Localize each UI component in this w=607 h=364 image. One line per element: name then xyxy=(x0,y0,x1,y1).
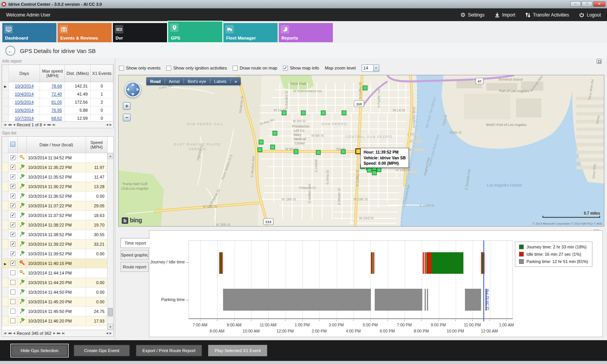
day-link[interactable]: 10/4/2014 xyxy=(15,92,34,96)
prev-record-icon[interactable]: ◀ xyxy=(13,123,15,126)
first-record-icon[interactable]: |◀ xyxy=(4,123,6,126)
gps-row[interactable]: ✓10/3/2014 11:38:52 PM30.55 xyxy=(2,230,108,239)
next-record-icon[interactable]: ▶ xyxy=(53,332,55,335)
scroll-up-icon[interactable]: ▲ xyxy=(108,153,113,159)
row-checkbox[interactable]: ✓ xyxy=(10,242,15,247)
gps-row[interactable]: ✓10/3/2014 11:37:52 PM18.63 xyxy=(2,210,108,220)
gps-marker[interactable] xyxy=(294,150,298,154)
chart-tab-route-report[interactable]: Route report xyxy=(121,262,149,272)
gps-list-scrollbar[interactable]: ▲ ▼ xyxy=(107,153,113,330)
gps-marker[interactable] xyxy=(363,86,367,90)
row-checkbox[interactable] xyxy=(10,270,15,275)
collapse-stylebar-icon[interactable]: « xyxy=(235,79,237,84)
row-checkbox[interactable] xyxy=(10,290,15,295)
gps-marker[interactable] xyxy=(282,111,286,115)
option-show-only-ignition-activities[interactable]: Show only ignition activities xyxy=(166,66,227,71)
option-draw-route-on-map[interactable]: Draw route on map xyxy=(233,66,277,71)
gps-row[interactable]: 10/3/2014 11:45:50 PM24.75 xyxy=(2,306,108,316)
gps-row[interactable]: 10/3/2014 11:45:20 PM0.00 xyxy=(2,297,108,306)
collapse-map-panel-button[interactable] xyxy=(597,59,602,64)
gps-row[interactable]: 10/3/2014 11:44:50 PM0.00 xyxy=(2,287,108,297)
tab-events-reviews[interactable]: Events & Reviews xyxy=(58,23,112,42)
tab-fleet-manager[interactable]: Fleet Manager xyxy=(223,23,278,42)
gps-row[interactable]: ✓10/3/2014 11:36:22 PM13.28 xyxy=(2,182,108,191)
checked-checkbox[interactable]: ✓ xyxy=(283,66,288,71)
row-checkbox[interactable]: ✓ xyxy=(10,222,15,227)
map-style-labels[interactable]: Labels xyxy=(214,79,227,84)
row-checkbox[interactable]: ✓ xyxy=(10,203,15,208)
last-record-icon[interactable]: ▶| xyxy=(62,332,64,335)
table-row[interactable]: 10/6/201476.955.880 xyxy=(2,106,113,114)
window-maximize-button[interactable]: □ xyxy=(582,1,592,7)
map-style-aerial[interactable]: Aerial xyxy=(169,79,180,84)
gps-marker[interactable] xyxy=(372,171,377,175)
scroll-columns-left-icon[interactable]: ◀ xyxy=(106,123,108,126)
tab-reports[interactable]: Reports xyxy=(279,23,333,42)
gps-marker[interactable] xyxy=(342,111,346,115)
prev-page-icon[interactable]: ◀◀ xyxy=(8,332,11,335)
unchecked-checkbox[interactable] xyxy=(119,66,124,71)
row-checkbox[interactable] xyxy=(10,318,15,323)
option-show-map-info[interactable]: ✓Show map info xyxy=(283,66,319,71)
selected-gps-marker[interactable] xyxy=(356,149,361,154)
scrollbar-thumb[interactable] xyxy=(108,308,113,316)
chart-tab-time-report[interactable]: Time report xyxy=(121,238,150,248)
scroll-columns-right-icon[interactable]: ▶ xyxy=(110,123,111,126)
gps-marker[interactable] xyxy=(259,140,263,144)
table-row[interactable]: 10/5/201481.05172.562 xyxy=(2,98,113,106)
gps-row[interactable]: 10/3/2014 11:44:20 PM0.00 xyxy=(2,278,108,287)
zoom-in-button[interactable]: + xyxy=(123,102,131,110)
row-checkbox[interactable] xyxy=(10,280,15,285)
day-link[interactable]: 10/3/2014 xyxy=(15,84,34,88)
back-button[interactable]: ← xyxy=(5,46,15,56)
next-page-icon[interactable]: ▶▶ xyxy=(48,123,51,126)
day-link[interactable]: 10/5/2014 xyxy=(15,100,34,104)
gps-marker[interactable] xyxy=(321,111,326,115)
action-import[interactable]: Import xyxy=(495,12,515,18)
action-transfer-activities[interactable]: Transfer Activities xyxy=(525,12,569,18)
last-record-icon[interactable]: ▶| xyxy=(53,123,55,126)
pan-north-icon[interactable] xyxy=(131,83,134,86)
action-settings[interactable]: ⚙Settings xyxy=(460,12,485,18)
row-checkbox[interactable]: ✓ xyxy=(10,184,15,189)
gps-row[interactable]: ✓10/3/2014 11:34:52 PM xyxy=(2,153,108,162)
gps-marker[interactable] xyxy=(271,145,275,149)
max-speed-link[interactable]: 81.05 xyxy=(51,100,62,104)
first-record-icon[interactable]: |◀ xyxy=(4,332,6,335)
row-checkbox[interactable] xyxy=(10,299,15,304)
max-speed-link[interactable]: 78.68 xyxy=(51,84,62,88)
next-page-icon[interactable]: ▶▶ xyxy=(57,332,60,335)
gps-marker[interactable] xyxy=(258,148,262,152)
pan-south-icon[interactable] xyxy=(131,93,134,96)
option-show-only-events[interactable]: Show only events xyxy=(119,66,160,71)
tab-gps[interactable]: GPS xyxy=(168,22,222,42)
gps-row[interactable]: ✓10/3/2014 11:39:52 PM0.00 xyxy=(2,249,108,258)
tab-dvr[interactable]: Dvr xyxy=(113,23,167,42)
row-checkbox[interactable] xyxy=(10,309,15,314)
map-zoom-select[interactable]: 14 ▼ xyxy=(362,65,379,72)
row-checkbox[interactable]: ✓ xyxy=(10,232,15,237)
gps-row[interactable]: ✓10/3/2014 11:38:22 PM19.70 xyxy=(2,220,108,230)
create-gps-event-button[interactable]: Create Gps Event xyxy=(74,345,130,356)
unchecked-checkbox[interactable] xyxy=(166,66,171,71)
gps-row[interactable]: ✓10/3/2014 11:35:52 PM11.47 xyxy=(2,172,108,182)
hide-gps-selection-button[interactable]: Hide Gps Selection xyxy=(12,345,68,356)
gps-row[interactable]: 10/3/2014 11:44:14 PM xyxy=(2,268,108,278)
gps-row[interactable]: ✓10/3/2014 11:39:22 PM33.21 xyxy=(2,239,108,249)
row-checkbox[interactable]: ✓ xyxy=(10,213,15,218)
row-checkbox[interactable]: ✓ xyxy=(10,155,15,160)
tab-dashboard[interactable]: Dashboard xyxy=(2,23,56,42)
action-logout[interactable]: Logout xyxy=(579,12,601,18)
gps-row[interactable]: ✓10/3/2014 11:37:22 PM29.05 xyxy=(2,201,108,210)
unchecked-checkbox[interactable] xyxy=(233,66,238,71)
max-speed-link[interactable]: 68.62 xyxy=(51,116,62,121)
gps-row[interactable]: ✓10/3/2014 11:36:52 PM0.00 xyxy=(2,191,108,201)
window-minimize-button[interactable]: – xyxy=(570,1,581,7)
gps-marker[interactable] xyxy=(273,131,277,136)
table-row[interactable]: 10/7/201468.6212.990 xyxy=(2,114,113,122)
scroll-columns-right-icon[interactable]: ▶ xyxy=(110,332,111,335)
row-checkbox[interactable]: ✓ xyxy=(10,251,15,256)
zoom-out-button[interactable]: − xyxy=(123,114,131,121)
scroll-down-icon[interactable]: ▼ xyxy=(108,324,113,330)
table-row[interactable]: 10/4/201472.4041.491 xyxy=(2,90,113,98)
